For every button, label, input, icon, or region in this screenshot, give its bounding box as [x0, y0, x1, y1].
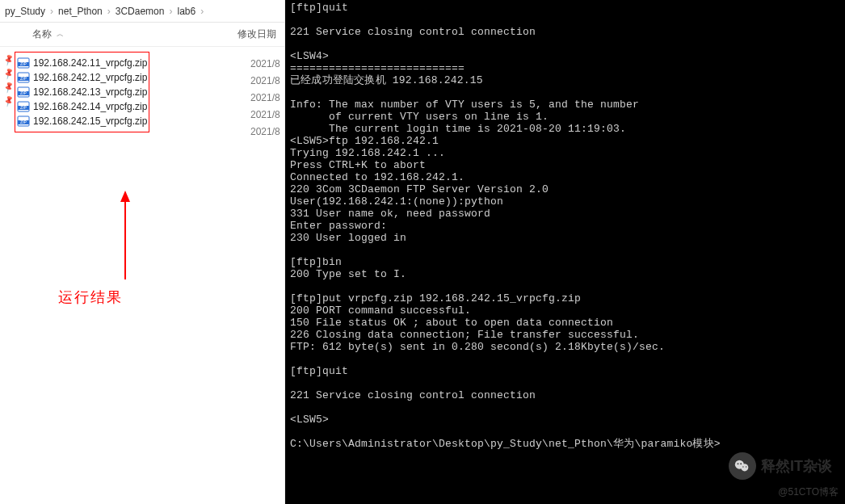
column-name-label[interactable]: 名称 [32, 27, 52, 41]
chevron-right-icon: › [169, 6, 172, 17]
list-item[interactable]: ZIP 192.168.242.11_vrpcfg.zip [17, 56, 147, 70]
file-name: 192.168.242.13_vrpcfg.zip [33, 86, 147, 98]
svg-text:ZIP: ZIP [20, 76, 27, 81]
file-name: 192.168.242.12_vrpcfg.zip [33, 72, 147, 83]
svg-marker-16 [120, 191, 130, 202]
zip-file-icon: ZIP [17, 57, 30, 69]
file-explorer-pane: py_Study › net_Pthon › 3CDaemon › lab6 ›… [0, 0, 285, 504]
svg-text:ZIP: ZIP [20, 61, 27, 66]
sort-asc-icon[interactable]: ︿ [57, 29, 64, 40]
pin-icon: 📌 [2, 81, 15, 94]
svg-point-18 [741, 464, 748, 471]
svg-text:ZIP: ZIP [20, 105, 27, 110]
zip-file-icon: ZIP [17, 115, 30, 128]
svg-text:ZIP: ZIP [20, 120, 27, 124]
svg-point-22 [746, 466, 746, 467]
pin-icon: 📌 [2, 67, 15, 80]
list-item[interactable]: ZIP 192.168.242.12_vrpcfg.zip [17, 70, 147, 85]
chevron-right-icon: › [200, 6, 204, 17]
breadcrumb-item[interactable]: 3CDaemon [116, 6, 165, 17]
file-date-column: 2021/8 2021/8 2021/8 2021/8 2021/8 [250, 57, 280, 139]
file-date: 2021/8 [250, 57, 280, 71]
quick-access-pins: 📌 📌 📌 📌 [3, 55, 13, 105]
list-item[interactable]: ZIP 192.168.242.14_vrpcfg.zip [17, 99, 147, 114]
zip-file-icon: ZIP [17, 71, 30, 84]
breadcrumb-item[interactable]: lab6 [177, 6, 195, 17]
file-list-header: 名称 ︿ 修改日期 [0, 23, 284, 47]
file-name: 192.168.242.11_vrpcfg.zip [33, 57, 147, 69]
file-name: 192.168.242.14_vrpcfg.zip [33, 101, 147, 112]
file-name: 192.168.242.15_vrpcfg.zip [33, 116, 147, 127]
breadcrumb[interactable]: py_Study › net_Pthon › 3CDaemon › lab6 › [0, 0, 284, 23]
result-annotation-label: 运行结果 [58, 288, 123, 307]
wechat-icon [729, 452, 756, 480]
list-item[interactable]: ZIP 192.168.242.13_vrpcfg.zip [17, 85, 147, 99]
file-date: 2021/8 [250, 74, 280, 88]
arrow-up-annotation-icon [113, 191, 137, 279]
watermark: 释然IT杂谈 [729, 452, 832, 480]
watermark-text: 释然IT杂谈 [761, 456, 832, 476]
terminal-output[interactable]: [ftp]quit 221 Service closing control co… [285, 0, 845, 504]
zip-file-icon: ZIP [17, 86, 30, 99]
column-date-label[interactable]: 修改日期 [238, 27, 278, 41]
chevron-right-icon: › [107, 6, 111, 17]
list-item[interactable]: ZIP 192.168.242.15_vrpcfg.zip [17, 114, 147, 128]
svg-text:ZIP: ZIP [20, 90, 27, 95]
pin-icon: 📌 [2, 53, 15, 66]
pin-icon: 📌 [2, 94, 15, 107]
file-list: ZIP 192.168.242.11_vrpcfg.zip ZIP 192.16… [15, 52, 149, 132]
file-date: 2021/8 [250, 90, 280, 105]
source-watermark: @51CTO博客 [778, 485, 839, 499]
svg-point-21 [742, 466, 743, 467]
breadcrumb-item[interactable]: py_Study [5, 6, 45, 17]
zip-file-icon: ZIP [17, 100, 30, 113]
file-date: 2021/8 [250, 124, 280, 139]
svg-point-20 [740, 463, 742, 464]
svg-point-19 [738, 463, 739, 464]
breadcrumb-item[interactable]: net_Pthon [58, 6, 103, 17]
chevron-right-icon: › [50, 6, 53, 17]
file-date: 2021/8 [250, 107, 280, 122]
